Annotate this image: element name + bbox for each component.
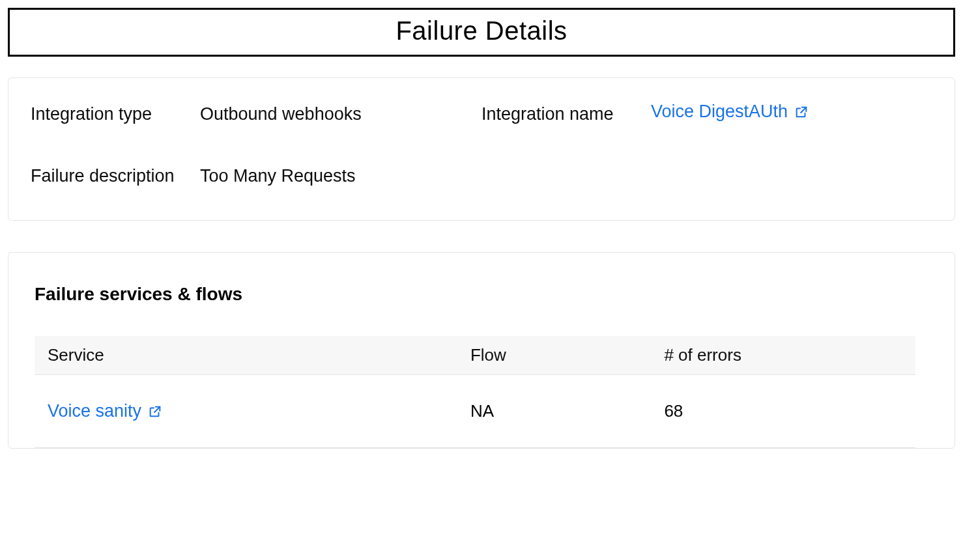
service-link[interactable]: Voice sanity xyxy=(48,401,162,421)
failure-description-label: Failure description xyxy=(31,163,200,189)
failure-description-value: Too Many Requests xyxy=(200,163,481,189)
integration-name-link[interactable]: Voice DigestAUth xyxy=(651,102,809,122)
flow-cell: NA xyxy=(457,375,651,448)
column-header-flow: Flow xyxy=(457,336,651,375)
page-title: Failure Details xyxy=(10,16,953,46)
page-title-bar: Failure Details xyxy=(8,8,955,57)
integration-name-label: Integration name xyxy=(481,102,651,127)
services-table: Service Flow # of errors Voice sanity xyxy=(35,336,915,448)
services-section-title: Failure services & flows xyxy=(35,284,928,305)
column-header-service: Service xyxy=(35,336,457,375)
integration-name-text: Voice DigestAUth xyxy=(651,102,788,122)
external-link-icon xyxy=(148,404,162,419)
details-grid: Integration type Outbound webhooks Integ… xyxy=(31,102,932,189)
failure-details-card: Integration type Outbound webhooks Integ… xyxy=(8,77,955,221)
integration-type-label: Integration type xyxy=(31,102,200,127)
errors-cell: 68 xyxy=(651,375,915,448)
table-row: Voice sanity NA 68 xyxy=(35,375,915,448)
column-header-errors: # of errors xyxy=(651,336,915,375)
failure-services-card: Failure services & flows Service Flow # … xyxy=(8,252,955,449)
service-name-text: Voice sanity xyxy=(48,401,141,421)
table-header-row: Service Flow # of errors xyxy=(35,336,915,375)
integration-type-value: Outbound webhooks xyxy=(200,102,481,127)
external-link-icon xyxy=(794,105,809,119)
